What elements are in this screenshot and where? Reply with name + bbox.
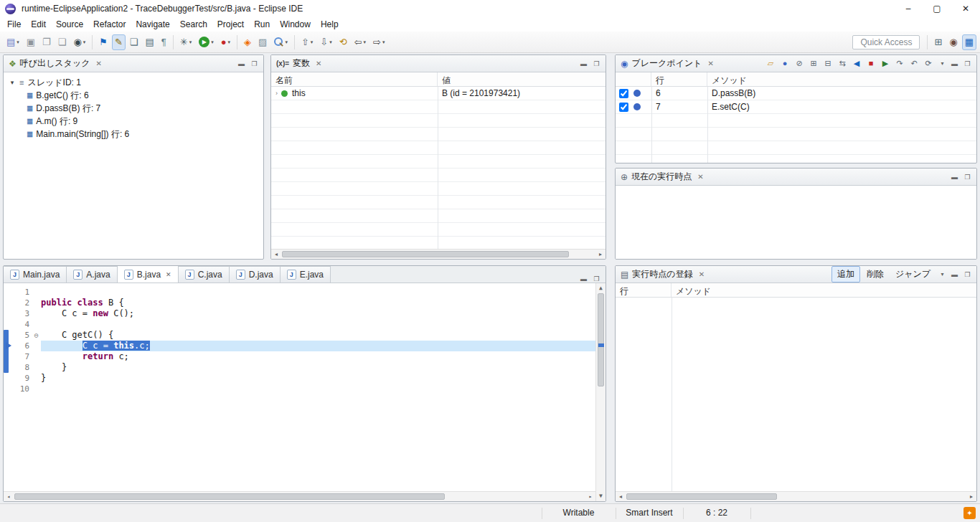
line-number[interactable]: 4 bbox=[13, 319, 32, 330]
editor-tab-d[interactable]: JD.java bbox=[229, 266, 281, 283]
line-number[interactable]: 8 bbox=[13, 362, 32, 373]
editor-tab-b[interactable]: JB.java✕ bbox=[117, 265, 179, 283]
code-line[interactable]: } bbox=[41, 362, 595, 373]
scroll-left-icon[interactable]: ◂ bbox=[616, 492, 626, 501]
column-method[interactable]: メソッド bbox=[672, 283, 976, 297]
search-button[interactable]: ▾ bbox=[271, 34, 291, 50]
scroll-left-icon[interactable]: ◂ bbox=[271, 250, 281, 259]
open-trace-button[interactable]: ▤ bbox=[143, 34, 157, 50]
dropdown-arrow-icon[interactable]: ▾ bbox=[311, 39, 314, 45]
variables-tab[interactable]: (x)= 変数 ✕ bbox=[271, 55, 326, 72]
column-method[interactable]: メソッド bbox=[707, 72, 976, 86]
open-perspective-button[interactable]: ⊞ bbox=[931, 34, 945, 50]
minimize-view-icon[interactable]: ▬ bbox=[236, 60, 247, 67]
previous-annotation-button[interactable]: ⇧▾ bbox=[298, 34, 316, 50]
new-button[interactable]: ▤▾ bbox=[4, 34, 22, 50]
quick-access-box[interactable]: Quick Access bbox=[852, 35, 920, 49]
maximize-view-icon[interactable]: ❐ bbox=[249, 60, 260, 67]
scroll-right-icon[interactable]: ▸ bbox=[595, 250, 606, 259]
column-value[interactable]: 値 bbox=[438, 72, 606, 86]
line-number[interactable]: 6 bbox=[13, 341, 32, 351]
editor-marker-bar[interactable] bbox=[4, 283, 13, 501]
execution-registry-tab[interactable]: ▤ 実行時点の登録 ✕ bbox=[616, 266, 710, 283]
show-whitespace-button[interactable]: ¶ bbox=[159, 34, 169, 50]
menu-edit[interactable]: Edit bbox=[26, 18, 51, 31]
maximize-view-icon[interactable]: ❐ bbox=[591, 275, 602, 283]
line-number[interactable]: 10 bbox=[13, 384, 32, 394]
line-number[interactable]: 1 bbox=[13, 287, 32, 298]
maximize-button[interactable]: ▢ bbox=[923, 0, 951, 17]
registry-action-削除[interactable]: 削除 bbox=[862, 267, 889, 282]
minimize-view-icon[interactable]: ▬ bbox=[578, 60, 589, 67]
step-backward-icon[interactable]: ◀ bbox=[849, 60, 864, 67]
menu-refactor[interactable]: Refactor bbox=[88, 18, 131, 31]
code-line[interactable]: C c = this.c; bbox=[41, 341, 595, 351]
code-line[interactable] bbox=[41, 319, 595, 330]
call-stack-tab[interactable]: ❖ 呼び出しスタック ✕ bbox=[4, 55, 107, 72]
column-enabled[interactable] bbox=[616, 72, 651, 86]
line-number[interactable]: 5 bbox=[13, 330, 32, 341]
code-line[interactable]: } bbox=[41, 373, 595, 384]
dropdown-arrow-icon[interactable]: ▾ bbox=[364, 39, 367, 45]
minimize-button[interactable]: – bbox=[894, 0, 923, 17]
refresh-icon[interactable]: ⟳ bbox=[921, 60, 936, 67]
debug-perspective-button[interactable]: ◉ bbox=[946, 34, 960, 50]
dropdown-arrow-icon[interactable]: ▾ bbox=[17, 39, 19, 45]
scroll-up-icon[interactable]: ▲ bbox=[596, 283, 606, 293]
last-edit-location-button[interactable]: ⟲ bbox=[336, 34, 350, 50]
dropdown-arrow-icon[interactable]: ▾ bbox=[382, 39, 385, 45]
notification-icon[interactable]: ✦ bbox=[963, 507, 976, 519]
breakpoint-checkbox[interactable] bbox=[619, 103, 628, 112]
breakpoint-row[interactable]: 7E.setC(C) bbox=[616, 100, 976, 114]
step-over-icon[interactable]: ↷ bbox=[892, 60, 907, 67]
profile-button[interactable]: ●▾ bbox=[218, 34, 233, 50]
stack-frame[interactable]: ≣D.passB(B) 行: 7 bbox=[5, 102, 262, 115]
menu-project[interactable]: Project bbox=[212, 18, 249, 31]
minimize-view-icon[interactable]: ▬ bbox=[949, 60, 960, 67]
minimize-view-icon[interactable]: ▬ bbox=[949, 271, 960, 278]
dropdown-arrow-icon[interactable]: ▾ bbox=[189, 39, 192, 45]
breakpoint-row[interactable]: 6D.passB(B) bbox=[616, 87, 976, 100]
line-number-ruler[interactable]: 12345678910 bbox=[13, 283, 32, 501]
close-view-icon[interactable]: ✕ bbox=[95, 60, 101, 67]
code-line[interactable]: public class B { bbox=[41, 298, 595, 308]
menu-help[interactable]: Help bbox=[316, 18, 344, 31]
editor-tab-main[interactable]: JMain.java bbox=[3, 266, 67, 283]
minimize-view-icon[interactable]: ▬ bbox=[578, 275, 589, 283]
record-edit-button[interactable]: ✎ bbox=[112, 34, 126, 50]
stack-frame[interactable]: ≣B.getC() 行: 6 bbox=[5, 89, 262, 102]
menu-window[interactable]: Window bbox=[275, 18, 316, 31]
code-line[interactable]: C getC() { bbox=[41, 330, 595, 341]
current-execution-tab[interactable]: ⊕ 現在の実行時点 ✕ bbox=[616, 169, 709, 185]
stack-frame[interactable]: ≣A.m() 行: 9 bbox=[5, 115, 262, 128]
registry-action-追加[interactable]: 追加 bbox=[831, 266, 860, 283]
view-menu-icon[interactable]: ▾ bbox=[938, 60, 947, 67]
run-button[interactable]: ▶▾ bbox=[196, 34, 217, 50]
close-button[interactable]: ✕ bbox=[951, 0, 980, 17]
dropdown-arrow-icon[interactable]: ▾ bbox=[211, 39, 214, 45]
thread-node[interactable]: ▾≡スレッドID: 1 bbox=[5, 76, 262, 89]
trace-debugger-perspective-button[interactable]: ▦ bbox=[962, 34, 976, 50]
line-number[interactable]: 2 bbox=[13, 298, 32, 308]
step-return-icon[interactable]: ↶ bbox=[907, 60, 921, 67]
import-breakpoints-icon[interactable]: ▱ bbox=[763, 60, 778, 67]
close-view-icon[interactable]: ✕ bbox=[316, 60, 321, 67]
terminate-icon[interactable]: ■ bbox=[864, 60, 878, 67]
column-name[interactable]: 名前 bbox=[271, 72, 438, 86]
menu-file[interactable]: File bbox=[2, 18, 26, 31]
breakpoint-checkbox[interactable] bbox=[619, 89, 628, 98]
menu-source[interactable]: Source bbox=[51, 18, 88, 31]
maximize-view-icon[interactable]: ❐ bbox=[962, 174, 973, 181]
editor-tab-a[interactable]: JA.java bbox=[66, 266, 117, 283]
scroll-down-icon[interactable]: ▼ bbox=[596, 491, 606, 501]
link-with-editor-icon[interactable]: ⇆ bbox=[835, 60, 849, 67]
dropdown-arrow-icon[interactable]: ▾ bbox=[83, 39, 86, 45]
code-area[interactable]: public class B { C c = new C(); C getC()… bbox=[41, 283, 595, 501]
minimize-view-icon[interactable]: ▬ bbox=[949, 174, 960, 181]
code-line[interactable]: return c; bbox=[41, 351, 595, 362]
scrollbar-thumb[interactable] bbox=[14, 493, 445, 500]
vertical-scrollbar[interactable]: ▲ ▼ bbox=[595, 283, 606, 501]
close-view-icon[interactable]: ✕ bbox=[707, 60, 713, 67]
back-button[interactable]: ⇦▾ bbox=[352, 34, 369, 50]
scroll-left-icon[interactable]: ◂ bbox=[4, 492, 14, 501]
